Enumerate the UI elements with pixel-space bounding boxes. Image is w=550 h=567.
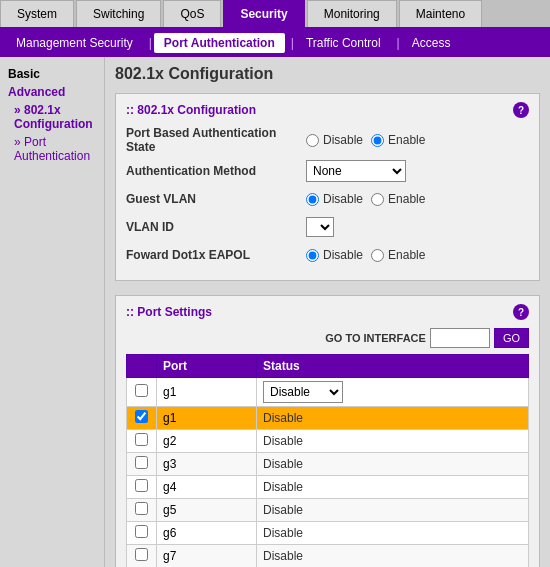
sub-tab-traffic-control[interactable]: Traffic Control	[296, 33, 391, 53]
auth-method-label: Authentication Method	[126, 164, 306, 178]
forward-dot1x-enable-label[interactable]: Enable	[388, 248, 425, 262]
sub-tab-management-security[interactable]: Management Security	[6, 33, 143, 53]
row-port: g1	[157, 407, 257, 430]
sidebar-item-port-auth[interactable]: Port Authentication	[4, 133, 100, 165]
table-row: g3 Disable	[127, 453, 529, 476]
row-status: Disable	[257, 453, 529, 476]
port-settings-header: Port Settings ?	[126, 304, 529, 320]
sidebar-basic-label: Basic	[4, 65, 100, 83]
go-button[interactable]: GO	[494, 328, 529, 348]
row-status: Disable	[257, 476, 529, 499]
table-row: g7 Disable	[127, 545, 529, 568]
row-check	[127, 499, 157, 522]
port-auth-enable-radio[interactable]	[371, 134, 384, 147]
row-checkbox[interactable]	[135, 502, 148, 515]
forward-dot1x-row: Foward Dot1x EAPOL Disable Enable	[126, 244, 529, 266]
row-checkbox[interactable]	[135, 456, 148, 469]
vlan-id-row: VLAN ID	[126, 216, 529, 238]
port-settings-help-icon[interactable]: ?	[513, 304, 529, 320]
tab-system[interactable]: System	[0, 0, 74, 27]
go-to-interface-input[interactable]	[430, 328, 490, 348]
row-check-header	[127, 378, 157, 407]
th-port: Port	[157, 355, 257, 378]
sep2: |	[291, 36, 294, 50]
port-auth-state-control: Disable Enable	[306, 133, 425, 147]
auth-method-row: Authentication Method None	[126, 160, 529, 182]
forward-dot1x-disable-radio[interactable]	[306, 249, 319, 262]
port-settings-section: Port Settings ? GO TO INTERFACE GO Port …	[115, 295, 540, 567]
table-row: g1 Disable Enable	[127, 378, 529, 407]
config-section: 802.1x Configuration ? Port Based Authen…	[115, 93, 540, 281]
content: Basic Advanced 802.1x Configuration Port…	[0, 57, 550, 567]
row-checkbox[interactable]	[135, 548, 148, 561]
tab-maintenance[interactable]: Mainteno	[399, 0, 482, 27]
row-checkbox[interactable]	[135, 410, 148, 423]
sep3: |	[397, 36, 400, 50]
vlan-id-select[interactable]	[306, 217, 334, 237]
guest-vlan-label: Guest VLAN	[126, 192, 306, 206]
row-status: Disable	[257, 430, 529, 453]
forward-dot1x-disable-group: Disable	[306, 248, 363, 262]
auth-method-select[interactable]: None	[306, 160, 406, 182]
tab-monitoring[interactable]: Monitoring	[307, 0, 397, 27]
config-section-title: 802.1x Configuration	[126, 103, 256, 117]
forward-dot1x-enable-group: Enable	[371, 248, 425, 262]
forward-dot1x-enable-radio[interactable]	[371, 249, 384, 262]
row-port: g7	[157, 545, 257, 568]
port-auth-enable-label[interactable]: Enable	[388, 133, 425, 147]
forward-dot1x-disable-label[interactable]: Disable	[323, 248, 363, 262]
go-to-interface-row: GO TO INTERFACE GO	[126, 328, 529, 348]
sidebar-item-8021x[interactable]: 802.1x Configuration	[4, 101, 100, 133]
main-panel: 802.1x Configuration 802.1x Configuratio…	[105, 57, 550, 567]
row-checkbox[interactable]	[135, 433, 148, 446]
guest-vlan-disable-group: Disable	[306, 192, 363, 206]
header-status-select[interactable]: Disable Enable	[263, 381, 343, 403]
row-status: Disable	[257, 499, 529, 522]
port-settings-title: Port Settings	[126, 305, 212, 319]
table-header-row: Port Status	[127, 355, 529, 378]
guest-vlan-enable-label[interactable]: Enable	[388, 192, 425, 206]
tab-qos[interactable]: QoS	[163, 0, 221, 27]
sub-tab-port-authentication[interactable]: Port Authentication	[154, 33, 285, 53]
forward-dot1x-label: Foward Dot1x EAPOL	[126, 248, 306, 262]
page-title: 802.1x Configuration	[115, 65, 540, 83]
row-check	[127, 545, 157, 568]
sidebar: Basic Advanced 802.1x Configuration Port…	[0, 57, 105, 567]
row-check	[127, 430, 157, 453]
port-auth-disable-radio[interactable]	[306, 134, 319, 147]
port-auth-state-row: Port Based Authentication State Disable …	[126, 126, 529, 154]
table-row: g4 Disable	[127, 476, 529, 499]
go-to-interface-label: GO TO INTERFACE	[325, 332, 426, 344]
guest-vlan-disable-radio[interactable]	[306, 193, 319, 206]
port-auth-disable-label[interactable]: Disable	[323, 133, 363, 147]
row-checkbox[interactable]	[135, 479, 148, 492]
row-port: g6	[157, 522, 257, 545]
row-port: g2	[157, 430, 257, 453]
port-auth-state-disable-group: Disable	[306, 133, 363, 147]
table-row: g2 Disable	[127, 430, 529, 453]
th-status: Status	[257, 355, 529, 378]
row-checkbox[interactable]	[135, 525, 148, 538]
row-check	[127, 453, 157, 476]
port-table: Port Status g1 Disable E	[126, 354, 529, 567]
th-check	[127, 355, 157, 378]
forward-dot1x-control: Disable Enable	[306, 248, 425, 262]
row-port: g4	[157, 476, 257, 499]
vlan-id-control	[306, 217, 334, 237]
select-all-checkbox[interactable]	[135, 384, 148, 397]
sidebar-advanced-label[interactable]: Advanced	[4, 83, 100, 101]
tab-security[interactable]: Security	[223, 0, 304, 27]
guest-vlan-enable-radio[interactable]	[371, 193, 384, 206]
row-port: g5	[157, 499, 257, 522]
row-status: Disable	[257, 522, 529, 545]
row-status: Disable	[257, 407, 529, 430]
tab-switching[interactable]: Switching	[76, 0, 161, 27]
row-port: g3	[157, 453, 257, 476]
guest-vlan-control: Disable Enable	[306, 192, 425, 206]
table-row: g1 Disable	[127, 407, 529, 430]
config-help-icon[interactable]: ?	[513, 102, 529, 118]
sub-tab-access[interactable]: Access	[402, 33, 461, 53]
table-row: g5 Disable	[127, 499, 529, 522]
vlan-id-label: VLAN ID	[126, 220, 306, 234]
guest-vlan-disable-label[interactable]: Disable	[323, 192, 363, 206]
